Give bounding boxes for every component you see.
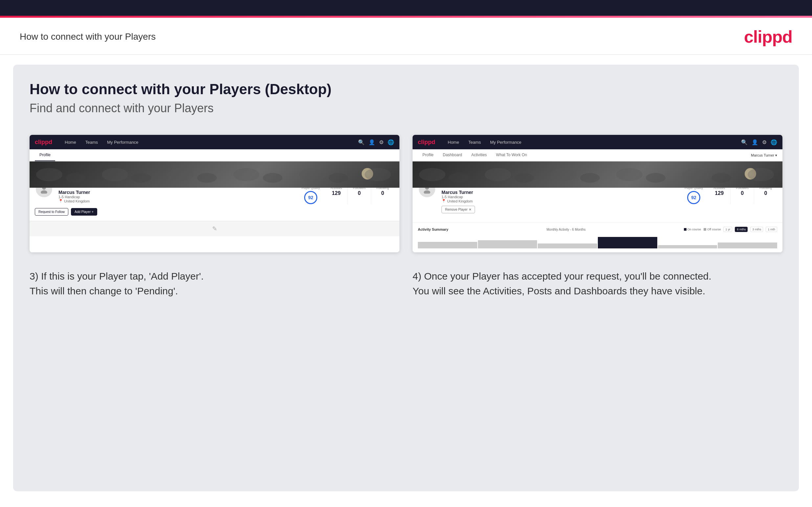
right-profile-location: 📍 United Kingdom	[442, 199, 475, 203]
request-follow-button[interactable]: Request to Follow	[35, 208, 68, 216]
activity-title: Activity Summary	[418, 227, 448, 231]
time-btn-3mths[interactable]: 3 mths	[750, 227, 763, 232]
chart-bars	[418, 235, 777, 248]
chart-bar-4	[598, 237, 657, 248]
activity-controls: On course Off course 1 yr 6 mths 3 mths …	[684, 227, 777, 232]
left-screenshot-bottom: ✎	[30, 221, 399, 236]
left-nav-icons: 🔍 👤 ⚙ 🌐	[358, 139, 394, 146]
right-tab-profile[interactable]: Profile	[418, 149, 438, 161]
right-location-icon: 📍	[442, 199, 446, 203]
header: How to connect with your Players clippd	[0, 18, 812, 55]
right-app-logo: clippd	[418, 139, 435, 146]
main-content: How to connect with your Players (Deskto…	[13, 65, 799, 491]
chart-bar-1	[418, 242, 477, 248]
chart-bar-3	[538, 243, 597, 248]
chart-bar-5	[658, 245, 717, 248]
close-icon: ✕	[469, 208, 471, 211]
right-globe-icon[interactable]: 🌐	[771, 139, 777, 146]
chart-bar-2	[478, 240, 538, 248]
activity-header: Activity Summary Monthly Activity - 6 Mo…	[418, 227, 777, 232]
right-hero-image	[413, 161, 782, 188]
off-course-dot	[704, 228, 706, 231]
left-stat-activities: Activities 129	[325, 186, 348, 204]
left-profile-location: 📍 United Kingdom	[58, 199, 90, 203]
left-profile-name: Marcus Turner	[58, 190, 90, 195]
left-nav-home[interactable]: Home	[60, 135, 81, 149]
right-nav-links: Home Teams My Performance	[443, 135, 741, 149]
left-player-quality: Player Quality 92	[296, 186, 325, 204]
right-tab-activities[interactable]: Activities	[467, 149, 492, 161]
remove-player-button[interactable]: Remove Player ✕	[442, 206, 475, 213]
user-icon[interactable]: 👤	[368, 139, 375, 146]
left-navbar: clippd Home Teams My Performance 🔍 👤 ⚙ 🌐	[30, 135, 399, 149]
left-nav-links: Home Teams My Performance	[60, 135, 358, 149]
top-bar	[0, 0, 812, 16]
activity-period: Monthly Activity - 6 Months	[547, 228, 586, 231]
screenshots-row: clippd Home Teams My Performance 🔍 👤 ⚙ 🌐…	[30, 135, 782, 252]
right-user-icon[interactable]: 👤	[752, 139, 758, 146]
right-tab-dashboard[interactable]: Dashboard	[438, 149, 467, 161]
right-stat-following: Following 0	[754, 186, 777, 204]
right-stat-followers: Followers 0	[730, 186, 754, 204]
left-tabs: Profile	[30, 149, 399, 161]
right-tabs-row: Profile Dashboard Activities What To Wor…	[413, 149, 782, 161]
description-right: 4) Once your Player has accepted your re…	[413, 269, 782, 298]
time-btn-1mth[interactable]: 1 mth	[766, 227, 777, 232]
time-btn-1yr[interactable]: 1 yr	[723, 227, 732, 232]
svg-point-1	[41, 190, 47, 193]
right-nav-icons: 🔍 👤 ⚙ 🌐	[741, 139, 777, 146]
footer: Copyright Clippd 2022	[0, 501, 812, 507]
right-settings-icon[interactable]: ⚙	[762, 139, 767, 146]
right-player-quality: Player Quality 92	[679, 186, 708, 204]
left-stat-following: Following 0	[371, 186, 394, 204]
description-left-text: 3) If this is your Player tap, 'Add Play…	[30, 269, 399, 298]
location-icon: 📍	[58, 199, 63, 203]
page-title: How to connect with your Players (Deskto…	[30, 81, 782, 98]
chart-bar-6	[718, 242, 777, 248]
left-profile-handicap: 1-5 Handicap	[58, 195, 90, 199]
left-pq-circle: 92	[304, 191, 317, 204]
right-nav-teams[interactable]: Teams	[464, 135, 486, 149]
right-tab-whattoon[interactable]: What To Work On	[492, 149, 531, 161]
right-nav-performance[interactable]: My Performance	[486, 135, 526, 149]
screenshot-left: clippd Home Teams My Performance 🔍 👤 ⚙ 🌐…	[30, 135, 399, 252]
right-profile-handicap: 1-5 Handicap	[442, 195, 475, 199]
left-nav-performance[interactable]: My Performance	[102, 135, 143, 149]
left-hero-image	[30, 161, 399, 188]
descriptions-row: 3) If this is your Player tap, 'Add Play…	[30, 269, 782, 298]
clippd-logo: clippd	[744, 27, 792, 47]
legend-on-course: On course	[684, 228, 701, 231]
add-player-button[interactable]: Add Player +	[71, 208, 97, 216]
left-tab-profile[interactable]: Profile	[35, 149, 55, 161]
plus-icon: +	[92, 210, 94, 214]
left-stat-followers: Followers 0	[348, 186, 371, 204]
left-profile-buttons: Request to Follow Add Player +	[35, 208, 394, 216]
page-breadcrumb: How to connect with your Players	[20, 32, 156, 42]
time-btn-6mths[interactable]: 6 mths	[735, 227, 748, 232]
right-tabs-group: Profile Dashboard Activities What To Wor…	[418, 149, 531, 161]
right-navbar: clippd Home Teams My Performance 🔍 👤 ⚙ 🌐	[413, 135, 782, 149]
right-pq-circle: 92	[687, 191, 700, 204]
search-icon[interactable]: 🔍	[358, 139, 365, 146]
right-profile-name: Marcus Turner	[442, 190, 475, 195]
description-left: 3) If this is your Player tap, 'Add Play…	[30, 269, 399, 298]
on-course-dot	[684, 228, 687, 231]
left-app-logo: clippd	[35, 139, 52, 146]
svg-point-3	[424, 190, 430, 193]
screenshot-right: clippd Home Teams My Performance 🔍 👤 ⚙ 🌐…	[413, 135, 782, 252]
right-nav-home[interactable]: Home	[443, 135, 464, 149]
edit-icon: ✎	[212, 225, 217, 232]
page-subtitle: Find and connect with your Players	[30, 101, 782, 115]
right-user-dropdown[interactable]: Marcus Turner ▾	[751, 153, 777, 158]
right-activity-summary: Activity Summary Monthly Activity - 6 Mo…	[413, 223, 782, 252]
right-search-icon[interactable]: 🔍	[741, 139, 748, 146]
settings-icon[interactable]: ⚙	[379, 139, 384, 146]
globe-icon[interactable]: 🌐	[388, 139, 394, 146]
legend-off-course: Off course	[704, 228, 721, 231]
description-right-text: 4) Once your Player has accepted your re…	[413, 269, 782, 298]
left-nav-teams[interactable]: Teams	[81, 135, 102, 149]
right-stat-activities: Activities 129	[708, 186, 731, 204]
